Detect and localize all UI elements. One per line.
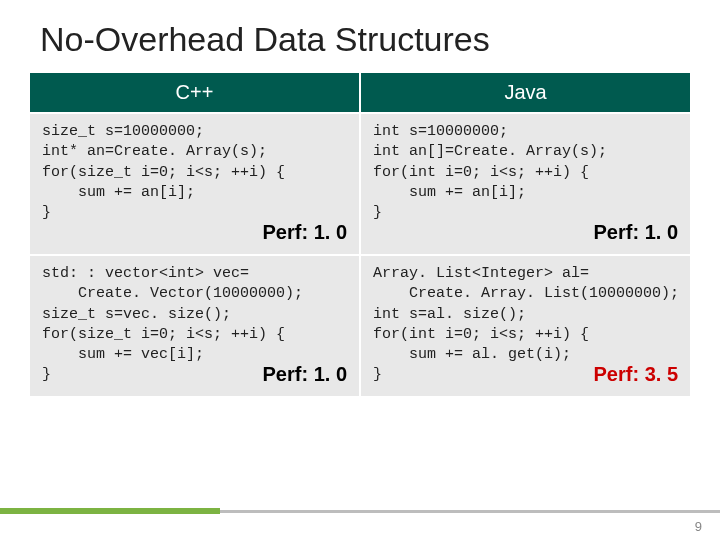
code-line: for(int i=0; i<s; ++i) {	[373, 163, 680, 183]
code-line: sum += an[i];	[373, 183, 680, 203]
header-cpp: C++	[30, 73, 359, 112]
code-line: for(size_t i=0; i<s; ++i) {	[42, 325, 349, 345]
cell-cpp-array: size_t s=10000000; int* an=Create. Array…	[30, 114, 359, 254]
perf-badge: Perf: 1. 0	[263, 361, 348, 388]
slide-title: No-Overhead Data Structures	[0, 20, 720, 69]
code-line: sum += an[i];	[42, 183, 349, 203]
code-line: Create. Vector(10000000);	[42, 284, 349, 304]
code-line: int s=al. size();	[373, 305, 680, 325]
cell-java-arraylist: Array. List<Integer> al= Create. Array. …	[361, 256, 690, 396]
cell-java-array: int s=10000000; int an[]=Create. Array(s…	[361, 114, 690, 254]
code-line: size_t s=vec. size();	[42, 305, 349, 325]
code-line: int* an=Create. Array(s);	[42, 142, 349, 162]
comparison-table: C++ Java size_t s=10000000; int* an=Crea…	[0, 69, 720, 398]
code-line: for(size_t i=0; i<s; ++i) {	[42, 163, 349, 183]
code-line: Array. List<Integer> al=	[373, 264, 680, 284]
code-line: int s=10000000;	[373, 122, 680, 142]
code-line: int an[]=Create. Array(s);	[373, 142, 680, 162]
footer-accent-bar	[0, 508, 220, 514]
page-number: 9	[695, 519, 702, 534]
cell-cpp-vector: std: : vector<int> vec= Create. Vector(1…	[30, 256, 359, 396]
header-java: Java	[361, 73, 690, 112]
code-line: std: : vector<int> vec=	[42, 264, 349, 284]
code-line: Create. Array. List(10000000);	[373, 284, 680, 304]
perf-badge: Perf: 1. 0	[594, 219, 679, 246]
perf-badge: Perf: 1. 0	[263, 219, 348, 246]
code-line: for(int i=0; i<s; ++i) {	[373, 325, 680, 345]
code-line: size_t s=10000000;	[42, 122, 349, 142]
perf-badge: Perf: 3. 5	[594, 361, 679, 388]
